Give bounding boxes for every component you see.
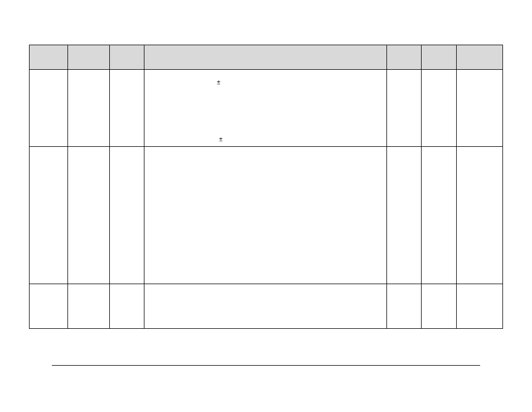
cell xyxy=(30,70,68,147)
header-cell-2 xyxy=(109,45,144,70)
table-row xyxy=(30,284,503,329)
cell xyxy=(109,147,144,284)
header-cell-4 xyxy=(386,45,421,70)
table-row: ± ± xyxy=(30,70,503,147)
cell xyxy=(144,284,386,329)
plus-minus-symbol: ± xyxy=(217,79,220,85)
cell xyxy=(456,70,502,147)
data-table: ± ± xyxy=(29,45,503,329)
plus-minus-symbol: ± xyxy=(219,136,223,142)
cell xyxy=(109,70,144,147)
cell xyxy=(456,284,502,329)
cell xyxy=(386,284,421,329)
header-cell-3 xyxy=(144,45,386,70)
header-cell-1 xyxy=(67,45,109,70)
header-cell-5 xyxy=(422,45,456,70)
cell xyxy=(30,147,68,284)
table-header-row xyxy=(30,45,503,70)
cell xyxy=(456,147,502,284)
cell xyxy=(144,147,386,284)
header-cell-6 xyxy=(456,45,502,70)
cell xyxy=(422,147,456,284)
table-row xyxy=(30,147,503,284)
cell xyxy=(30,284,68,329)
header-cell-0 xyxy=(30,45,68,70)
cell xyxy=(67,70,109,147)
horizontal-rule xyxy=(52,365,480,366)
cell xyxy=(109,284,144,329)
cell xyxy=(67,147,109,284)
cell: ± ± xyxy=(144,70,386,147)
cell xyxy=(386,70,421,147)
cell xyxy=(422,70,456,147)
cell xyxy=(67,284,109,329)
cell xyxy=(386,147,421,284)
cell xyxy=(422,284,456,329)
